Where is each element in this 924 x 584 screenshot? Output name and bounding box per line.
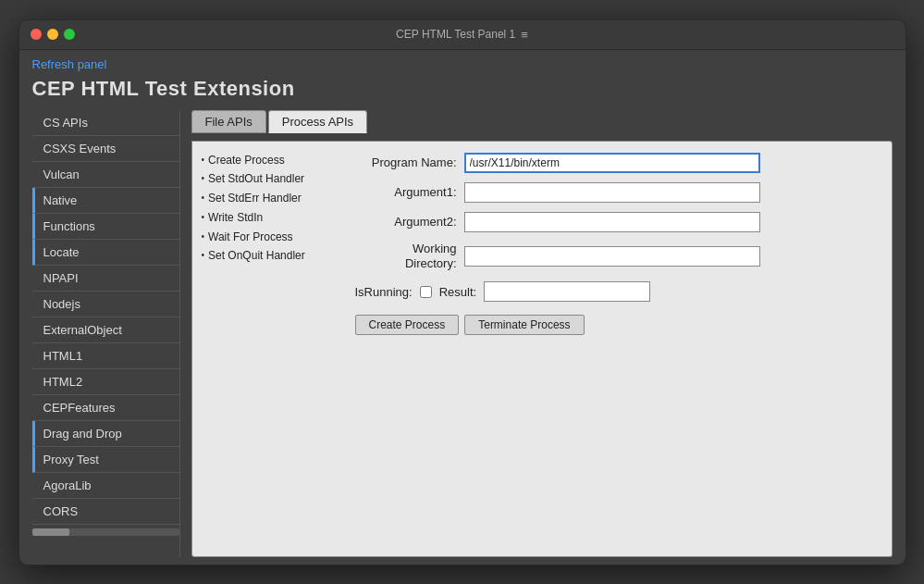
form-row-program-name: Program Name: [355,153,877,173]
maximize-button[interactable] [64,29,75,40]
menu-icon[interactable]: ≡ [521,28,528,42]
tab-bar: File APIs Process APIs [191,110,893,133]
terminate-process-button[interactable]: Terminate Process [464,315,584,335]
sidebar-item-cepfeatures[interactable]: CEPFeatures [32,395,179,421]
traffic-lights [31,29,75,40]
sidebar-item-cors[interactable]: CORS [32,499,179,525]
main-window: CEP HTML Test Panel 1 ≡ Refresh panel CE… [18,19,906,565]
list-item-label: Set StdOut Handler [208,171,304,187]
tab-file-apis[interactable]: File APIs [191,110,266,133]
sidebar-item-externalobject[interactable]: ExternalObject [32,317,179,343]
sidebar-item-native[interactable]: Native [32,188,179,214]
isrunning-label: IsRunning: [355,285,413,299]
sidebar-item-html2[interactable]: HTML2 [32,369,179,395]
button-row: Create Process Terminate Process [355,315,877,335]
panel-right: Program Name: Argument1: Argument2: [340,142,892,556]
tab-process-apis[interactable]: Process APIs [268,110,367,133]
window-title-text: CEP HTML Test Panel 1 [396,28,515,41]
sidebar-item-functions[interactable]: Functions [32,214,179,240]
bullet-icon: • [202,154,205,167]
sidebar-item-drag-and-drop[interactable]: Drag and Drop [32,421,179,447]
list-item-label: Create Process [208,153,285,168]
bullet-icon: • [202,230,205,243]
list-item-set-stderr[interactable]: • Set StdErr Handler [202,191,331,206]
sidebar-scrollbar[interactable] [32,528,179,536]
list-item-wait-for-process[interactable]: • Wait For Process [202,230,331,245]
list-item-set-onquit[interactable]: • Set OnQuit Handler [202,248,331,264]
main-area: CS APIs CSXS Events Vulcan Native Functi… [32,110,893,557]
panel: • Create Process • Set StdOut Handler • … [191,141,893,557]
list-item-label: Set StdErr Handler [208,191,302,206]
refresh-link[interactable]: Refresh panel [32,57,893,71]
form-row-argument2: Argument2: [355,212,877,232]
sidebar-item-vulcan[interactable]: Vulcan [32,162,179,188]
working-directory-label: WorkingDirectory: [355,242,457,273]
list-item-label: Wait For Process [208,230,293,245]
form-row-working-dir: WorkingDirectory: [355,242,877,273]
window-content: Refresh panel CEP HTML Test Extension CS… [19,50,906,565]
create-process-button[interactable]: Create Process [355,315,460,335]
bullet-icon: • [202,172,205,185]
sidebar-item-agoralib[interactable]: AgoraLib [32,473,179,499]
result-label: Result: [439,285,476,299]
form-row-isrunning: IsRunning: Result: [355,281,877,302]
sidebar-item-npapi[interactable]: NPAPI [32,266,179,292]
sidebar-item-proxy-test[interactable]: Proxy Test [32,447,179,473]
sidebar-item-nodejs[interactable]: Nodejs [32,292,179,317]
sidebar-scrollbar-thumb [32,528,69,536]
bullet-icon: • [202,192,205,205]
argument1-input[interactable] [464,182,760,203]
close-button[interactable] [31,29,42,40]
argument2-input[interactable] [464,212,760,232]
titlebar: CEP HTML Test Panel 1 ≡ [19,20,906,50]
argument2-label: Argument2: [355,215,457,229]
titlebar-title: CEP HTML Test Panel 1 ≡ [396,28,528,42]
sidebar-item-cs-apis[interactable]: CS APIs [32,110,179,136]
result-input[interactable] [484,281,650,302]
working-directory-input[interactable] [464,246,760,267]
bullet-icon: • [202,249,205,262]
isrunning-checkbox[interactable] [420,286,432,298]
sidebar: CS APIs CSXS Events Vulcan Native Functi… [32,110,180,557]
list-item-label: Write StdIn [208,210,263,226]
list-item-label: Set OnQuit Handler [208,248,305,264]
sidebar-item-html1[interactable]: HTML1 [32,343,179,369]
page-title: CEP HTML Test Extension [32,77,893,101]
form-row-argument1: Argument1: [355,182,877,203]
list-item-create-process[interactable]: • Create Process [202,153,331,168]
content-area: File APIs Process APIs • Create Process … [180,110,893,557]
bullet-icon: • [202,211,205,224]
sidebar-item-csxs-events[interactable]: CSXS Events [32,136,179,162]
sidebar-item-locate[interactable]: Locate [32,240,179,266]
program-name-input[interactable] [464,153,760,173]
program-name-label: Program Name: [355,155,457,169]
panel-left: • Create Process • Set StdOut Handler • … [192,142,340,556]
list-item-write-stdin[interactable]: • Write StdIn [202,210,331,226]
minimize-button[interactable] [47,29,58,40]
list-item-set-stdout[interactable]: • Set StdOut Handler [202,171,331,187]
argument1-label: Argument1: [355,185,457,199]
